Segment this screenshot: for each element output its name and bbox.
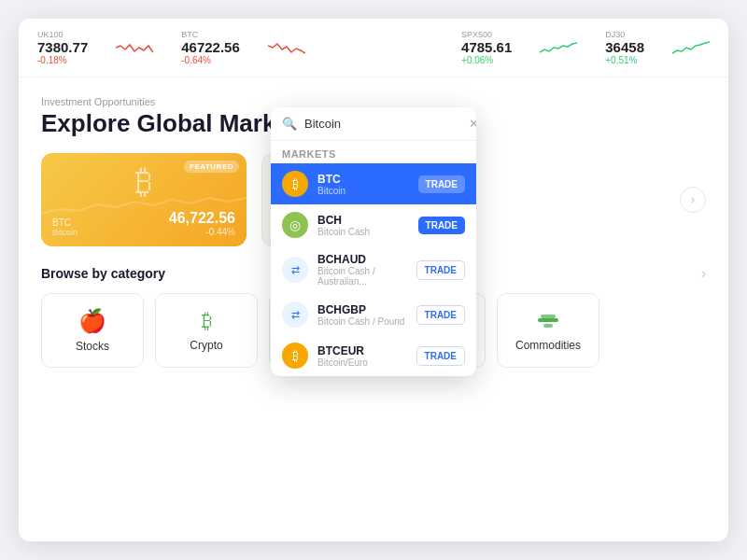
svg-rect-1 [541,315,556,318]
btceur-market-icon: ₿ [282,343,308,369]
bch-market-name: BCH [317,214,409,227]
btc-market-icon: ₿ [282,171,308,197]
btc-trade-button[interactable]: TRADE [418,175,465,193]
ticker-change-dj30: +0.51% [605,55,644,65]
bchgbp-market-subname: Bitcoin Cash / Pound [317,316,407,327]
market-item-btceur[interactable]: ₿ BTCEUR Bitcoin/Euro TRADE [271,335,476,376]
ticker-value-btc: 46722.56 [181,39,240,55]
cards-nav-arrow[interactable]: › [680,153,706,246]
ticker-bar: UK100 7380.77 -0.18% BTC 46722.56 -0.64%… [19,19,728,77]
btc-card-name: BTC [52,217,78,228]
btc-card-info: BTC Bitcoin [52,217,78,237]
stocks-icon: 🍎 [78,308,106,334]
search-icon: 🔍 [282,117,297,131]
bchgbp-market-info: BCHGBP Bitcoin Cash / Pound [317,303,407,327]
stocks-label: Stocks [76,340,109,353]
ticker-item-btc: BTC 46722.56 -0.64% [181,30,240,65]
bchaud-market-name: BCHAUD [317,253,407,266]
close-icon[interactable]: ✕ [469,117,476,131]
cards-next-icon[interactable]: › [680,187,706,213]
category-crypto[interactable]: ₿ Crypto [155,293,258,368]
browse-arrow-icon[interactable]: › [701,265,706,282]
commodities-label: Commodities [515,339,581,352]
markets-section-label: Markets [271,141,476,163]
crypto-label: Crypto [190,339,222,352]
search-bar: 🔍 ✕ [271,107,476,141]
market-item-bchaud[interactable]: ⇄ BCHAUD Bitcoin Cash / Australian... TR… [271,245,476,294]
ticker-label-spx: SPX500 [461,30,512,39]
ticker-change-uk100: -0.18% [37,55,88,65]
bchgbp-market-name: BCHGBP [317,303,407,316]
ticker-label-uk100: UK100 [37,30,88,39]
dj30-chart [672,38,710,57]
search-overlay: 🔍 ✕ Markets ₿ BTC Bitcoin TRADE ◎ BCH Bi… [271,107,476,376]
ticker-label-btc: BTC [181,30,240,39]
ticker-item-uk100: UK100 7380.77 -0.18% [37,30,88,65]
ticker-change-spx: +0.06% [461,55,512,65]
svg-rect-0 [538,318,558,322]
btc-featured-badge: FEATURED [184,161,239,173]
bch-market-subname: Bitcoin Cash [317,227,409,237]
uk100-chart [116,38,153,57]
bchgbp-market-icon: ⇄ [282,301,308,328]
bchaud-market-info: BCHAUD Bitcoin Cash / Australian... [317,253,407,287]
market-item-bch[interactable]: ◎ BCH Bitcoin Cash TRADE [271,204,476,245]
bch-market-icon: ◎ [282,212,308,238]
market-item-btc[interactable]: ₿ BTC Bitcoin TRADE [271,163,476,204]
ticker-item-dj30: DJ30 36458 +0.51% [605,30,644,65]
ticker-label-dj30: DJ30 [605,30,644,39]
btceur-market-name: BTCEUR [317,344,407,357]
search-input[interactable] [304,117,461,131]
category-stocks[interactable]: 🍎 Stocks [41,293,144,368]
btceur-market-info: BTCEUR Bitcoin/Euro [317,344,407,368]
btc-card-fullname: Bitcoin [52,228,78,237]
ticker-value-dj30: 36458 [605,39,644,55]
btc-sparkline [41,190,247,218]
btc-market-name: BTC [317,173,409,186]
app-container: UK100 7380.77 -0.18% BTC 46722.56 -0.64%… [19,19,728,541]
btc-market-info: BTC Bitcoin [317,173,409,196]
commodities-icon [536,309,560,333]
bchaud-trade-button[interactable]: TRADE [416,260,465,280]
browse-title: Browse by category [41,266,165,281]
btc-chart [268,38,305,57]
bchaud-market-icon: ⇄ [282,257,308,283]
market-item-bchgbp[interactable]: ⇄ BCHGBP Bitcoin Cash / Pound TRADE [271,294,476,335]
ticker-item-spx: SPX500 4785.61 +0.06% [461,30,512,65]
btc-market-subname: Bitcoin [317,186,409,196]
btceur-trade-button[interactable]: TRADE [416,346,465,366]
crypto-icon: ₿ [202,309,212,333]
category-commodities[interactable]: Commodities [497,293,599,368]
ticker-value-spx: 4785.61 [461,39,512,55]
ticker-value-uk100: 7380.77 [37,39,88,55]
spx-chart [540,38,577,57]
bchaud-market-subname: Bitcoin Cash / Australian... [317,266,407,287]
svg-rect-2 [543,324,553,328]
btc-card[interactable]: FEATURED ₿ BTC Bitcoin 46,722.56 -0.44% [41,153,247,246]
bchgbp-trade-button[interactable]: TRADE [416,305,465,325]
btceur-market-subname: Bitcoin/Euro [317,357,407,368]
section-label: Investment Opportunities [41,96,706,107]
bch-market-info: BCH Bitcoin Cash [317,214,409,237]
bch-trade-button[interactable]: TRADE [418,217,465,234]
btc-card-change: -0.44% [169,227,235,237]
ticker-change-btc: -0.64% [181,55,240,65]
